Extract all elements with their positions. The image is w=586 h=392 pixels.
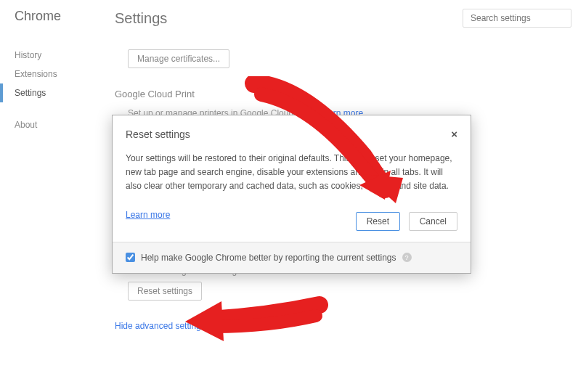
help-icon[interactable]: ? — [402, 253, 412, 262]
nav-about[interactable]: About — [15, 115, 102, 134]
dialog-reset-button[interactable]: Reset — [356, 212, 400, 231]
brand-title: Chrome — [15, 9, 102, 24]
help-checkbox-label: Help make Google Chrome better by report… — [141, 253, 396, 263]
nav-extensions[interactable]: Extensions — [15, 65, 102, 83]
help-checkbox[interactable] — [126, 253, 135, 262]
reset-dialog: Reset settings × Your settings will be r… — [112, 115, 471, 274]
page-title: Settings — [115, 10, 167, 27]
nav-settings[interactable]: Settings — [0, 83, 102, 102]
dialog-cancel-button[interactable]: Cancel — [409, 212, 457, 231]
nav-history[interactable]: History — [15, 46, 102, 65]
reset-settings-button[interactable]: Reset settings — [128, 282, 202, 301]
cloud-print-title: Google Cloud Print — [115, 89, 571, 99]
dialog-title: Reset settings — [126, 128, 190, 140]
manage-certificates-button[interactable]: Manage certificates... — [128, 49, 229, 68]
close-icon[interactable]: × — [451, 128, 457, 140]
search-input[interactable] — [463, 9, 571, 28]
sidebar: Chrome History Extensions Settings About — [0, 0, 102, 331]
hide-advanced-link[interactable]: Hide advanced settings... — [115, 321, 571, 331]
dialog-learn-more-link[interactable]: Learn more — [113, 204, 183, 230]
dialog-body-text: Your settings will be restored to their … — [113, 147, 471, 204]
